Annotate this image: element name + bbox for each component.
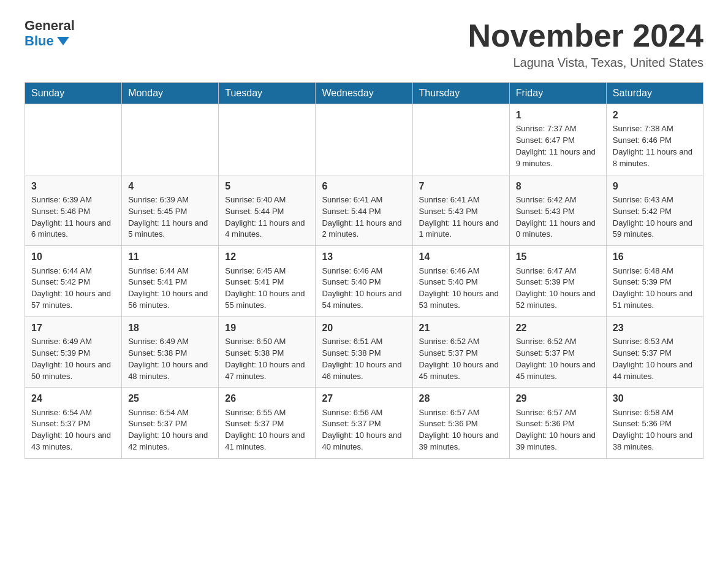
page-header: General Blue November 2024 Laguna Vista,… (25, 18, 703, 70)
sunset-text: Sunset: 5:37 PM (613, 348, 697, 359)
sunrise-text: Sunrise: 6:57 AM (419, 407, 503, 419)
calendar-cell: 14Sunrise: 6:46 AMSunset: 5:40 PMDayligh… (412, 246, 509, 317)
calendar-cell: 15Sunrise: 6:47 AMSunset: 5:39 PMDayligh… (509, 246, 606, 317)
day-number: 1 (516, 108, 600, 122)
day-number: 5 (225, 179, 309, 193)
daylight-text: Daylight: 10 hours and 54 minutes. (322, 288, 406, 312)
calendar-cell: 22Sunrise: 6:52 AMSunset: 5:37 PMDayligh… (509, 316, 606, 388)
sunrise-text: Sunrise: 6:55 AM (225, 407, 309, 419)
calendar-cell (122, 104, 219, 175)
sunrise-text: Sunrise: 6:39 AM (31, 194, 115, 206)
sunrise-text: Sunrise: 6:40 AM (225, 194, 309, 206)
sunset-text: Sunset: 5:44 PM (322, 206, 406, 218)
calendar-cell: 30Sunrise: 6:58 AMSunset: 5:36 PMDayligh… (606, 388, 703, 459)
daylight-text: Daylight: 10 hours and 41 minutes. (225, 430, 309, 453)
calendar-cell: 3Sunrise: 6:39 AMSunset: 5:46 PMDaylight… (25, 175, 122, 246)
sunset-text: Sunset: 5:40 PM (419, 277, 503, 288)
daylight-text: Daylight: 11 hours and 4 minutes. (225, 218, 309, 241)
day-number: 14 (419, 250, 503, 264)
calendar-cell: 5Sunrise: 6:40 AMSunset: 5:44 PMDaylight… (219, 175, 316, 246)
sunset-text: Sunset: 5:39 PM (31, 348, 115, 359)
logo-triangle-icon (57, 37, 69, 45)
calendar-cell (412, 104, 509, 175)
daylight-text: Daylight: 10 hours and 47 minutes. (225, 359, 309, 383)
calendar-day-header: Tuesday (219, 83, 316, 104)
calendar-cell (219, 104, 316, 175)
day-number: 28 (419, 391, 503, 405)
daylight-text: Daylight: 11 hours and 8 minutes. (613, 147, 697, 170)
daylight-text: Daylight: 10 hours and 46 minutes. (322, 359, 406, 383)
sunset-text: Sunset: 5:43 PM (419, 206, 503, 218)
sunset-text: Sunset: 5:41 PM (225, 277, 309, 288)
sunrise-text: Sunrise: 6:45 AM (225, 266, 309, 277)
sunrise-text: Sunrise: 6:43 AM (613, 194, 697, 206)
calendar-cell: 6Sunrise: 6:41 AMSunset: 5:44 PMDaylight… (316, 175, 412, 246)
daylight-text: Daylight: 10 hours and 55 minutes. (225, 288, 309, 312)
calendar-day-header: Friday (509, 83, 606, 104)
sunset-text: Sunset: 5:37 PM (516, 348, 600, 359)
sunset-text: Sunset: 5:37 PM (419, 348, 503, 359)
sunrise-text: Sunrise: 6:44 AM (31, 266, 115, 277)
title-block: November 2024 Laguna Vista, Texas, Unite… (468, 18, 703, 70)
sunrise-text: Sunrise: 7:38 AM (613, 123, 697, 135)
sunrise-text: Sunrise: 7:37 AM (516, 123, 600, 135)
logo: General Blue (25, 18, 75, 49)
sunset-text: Sunset: 5:38 PM (225, 348, 309, 359)
daylight-text: Daylight: 10 hours and 50 minutes. (31, 359, 115, 383)
day-number: 23 (613, 321, 697, 335)
day-number: 3 (31, 179, 115, 193)
calendar-day-header: Thursday (412, 83, 509, 104)
daylight-text: Daylight: 10 hours and 39 minutes. (516, 430, 600, 453)
daylight-text: Daylight: 10 hours and 59 minutes. (613, 218, 697, 241)
sunrise-text: Sunrise: 6:41 AM (419, 194, 503, 206)
sunrise-text: Sunrise: 6:48 AM (613, 266, 697, 277)
sunset-text: Sunset: 5:45 PM (128, 206, 212, 218)
daylight-text: Daylight: 10 hours and 57 minutes. (31, 288, 115, 312)
daylight-text: Daylight: 11 hours and 6 minutes. (31, 218, 115, 241)
sunrise-text: Sunrise: 6:52 AM (419, 336, 503, 348)
day-number: 20 (322, 321, 406, 335)
calendar-cell: 24Sunrise: 6:54 AMSunset: 5:37 PMDayligh… (25, 388, 122, 459)
daylight-text: Daylight: 10 hours and 45 minutes. (419, 359, 503, 383)
calendar-cell (316, 104, 412, 175)
calendar-day-header: Saturday (606, 83, 703, 104)
calendar-title: November 2024 (468, 18, 703, 53)
sunrise-text: Sunrise: 6:54 AM (31, 407, 115, 419)
day-number: 30 (613, 391, 697, 405)
day-number: 12 (225, 250, 309, 264)
sunrise-text: Sunrise: 6:47 AM (516, 266, 600, 277)
calendar-cell: 19Sunrise: 6:50 AMSunset: 5:38 PMDayligh… (219, 316, 316, 388)
daylight-text: Daylight: 10 hours and 44 minutes. (613, 359, 697, 383)
day-number: 17 (31, 321, 115, 335)
sunset-text: Sunset: 5:43 PM (516, 206, 600, 218)
day-number: 16 (613, 250, 697, 264)
sunrise-text: Sunrise: 6:46 AM (419, 266, 503, 277)
calendar-cell: 2Sunrise: 7:38 AMSunset: 6:46 PMDaylight… (606, 104, 703, 175)
day-number: 15 (516, 250, 600, 264)
sunrise-text: Sunrise: 6:50 AM (225, 336, 309, 348)
sunset-text: Sunset: 5:37 PM (128, 418, 212, 430)
daylight-text: Daylight: 11 hours and 1 minute. (419, 218, 503, 241)
calendar-cell: 27Sunrise: 6:56 AMSunset: 5:37 PMDayligh… (316, 388, 412, 459)
calendar-cell: 18Sunrise: 6:49 AMSunset: 5:38 PMDayligh… (122, 316, 219, 388)
daylight-text: Daylight: 10 hours and 51 minutes. (613, 288, 697, 312)
day-number: 25 (128, 391, 212, 405)
daylight-text: Daylight: 10 hours and 38 minutes. (613, 430, 697, 453)
day-number: 24 (31, 391, 115, 405)
day-number: 22 (516, 321, 600, 335)
logo-blue-text: Blue (25, 33, 69, 49)
day-number: 19 (225, 321, 309, 335)
daylight-text: Daylight: 10 hours and 45 minutes. (516, 359, 600, 383)
sunset-text: Sunset: 5:40 PM (322, 277, 406, 288)
subtitle: Laguna Vista, Texas, United States (468, 56, 703, 70)
sunset-text: Sunset: 5:36 PM (516, 418, 600, 430)
sunset-text: Sunset: 5:46 PM (31, 206, 115, 218)
sunset-text: Sunset: 5:37 PM (322, 418, 406, 430)
sunset-text: Sunset: 6:47 PM (516, 135, 600, 147)
calendar-cell: 20Sunrise: 6:51 AMSunset: 5:38 PMDayligh… (316, 316, 412, 388)
sunset-text: Sunset: 5:42 PM (613, 206, 697, 218)
daylight-text: Daylight: 10 hours and 53 minutes. (419, 288, 503, 312)
sunset-text: Sunset: 5:39 PM (516, 277, 600, 288)
sunrise-text: Sunrise: 6:46 AM (322, 266, 406, 277)
calendar-week-row: 17Sunrise: 6:49 AMSunset: 5:39 PMDayligh… (25, 316, 703, 388)
